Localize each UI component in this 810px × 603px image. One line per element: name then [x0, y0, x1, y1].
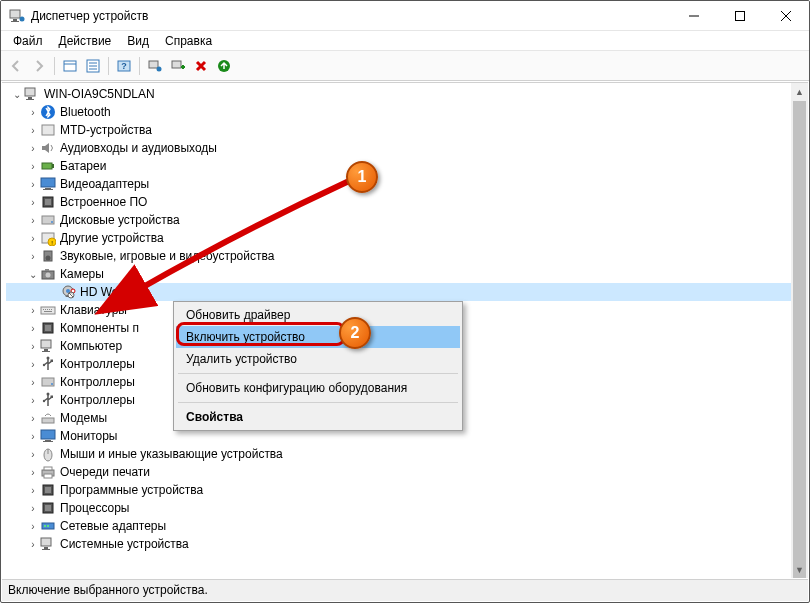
- tree-node-label: Мониторы: [60, 429, 117, 443]
- expand-icon[interactable]: ›: [26, 431, 40, 442]
- tree-category-node[interactable]: ›Программные устройства: [6, 481, 791, 499]
- svg-rect-50: [49, 309, 50, 310]
- expand-icon[interactable]: ›: [26, 179, 40, 190]
- toolbar-show-hidden-button[interactable]: [59, 55, 81, 77]
- app-icon: [9, 8, 25, 24]
- tree-webcam-node[interactable]: HD WebCa: [6, 283, 791, 301]
- svg-point-3: [20, 16, 25, 21]
- tree-category-node[interactable]: ›Звуковые, игровые и видеоустройства: [6, 247, 791, 265]
- svg-point-58: [47, 357, 50, 360]
- tree-category-node[interactable]: ›Сетевые адаптеры: [6, 517, 791, 535]
- context-enable-device[interactable]: Включить устройство: [176, 326, 460, 348]
- svg-rect-74: [44, 474, 52, 478]
- tree-category-node[interactable]: ›Bluetooth: [6, 103, 791, 121]
- svg-rect-46: [41, 307, 55, 314]
- tree-category-node[interactable]: ›Аудиовходы и аудиовыходы: [6, 139, 791, 157]
- expand-icon[interactable]: ›: [26, 305, 40, 316]
- expand-icon[interactable]: ›: [26, 377, 40, 388]
- collapse-icon[interactable]: ⌄: [26, 269, 40, 280]
- expand-icon[interactable]: ›: [26, 539, 40, 550]
- minimize-button[interactable]: [671, 1, 717, 31]
- status-text: Включение выбранного устройства.: [8, 583, 208, 597]
- tree-category-node[interactable]: ›MTD-устройства: [6, 121, 791, 139]
- svg-rect-55: [41, 340, 51, 348]
- expand-icon[interactable]: ›: [26, 521, 40, 532]
- scrollbar-thumb[interactable]: [793, 101, 806, 578]
- tree-category-node[interactable]: ›Дисковые устройства: [6, 211, 791, 229]
- expand-icon[interactable]: ›: [26, 143, 40, 154]
- tree-node-label: Контроллеры: [60, 375, 135, 389]
- expand-icon[interactable]: ›: [26, 449, 40, 460]
- warn-icon: !: [40, 230, 56, 246]
- context-remove-device[interactable]: Удалить устройство: [176, 348, 460, 370]
- close-button[interactable]: [763, 1, 809, 31]
- usb-icon: [40, 356, 56, 372]
- disk-icon: [40, 374, 56, 390]
- expand-icon[interactable]: ›: [26, 233, 40, 244]
- svg-rect-20: [25, 88, 35, 96]
- toolbar-help-button[interactable]: ?: [113, 55, 135, 77]
- expand-icon[interactable]: ›: [26, 341, 40, 352]
- context-refresh-config[interactable]: Обновить конфигурацию оборудования: [176, 377, 460, 399]
- svg-rect-22: [26, 99, 34, 100]
- scroll-down-icon[interactable]: ▼: [791, 561, 808, 578]
- expand-icon[interactable]: ›: [26, 485, 40, 496]
- expand-icon[interactable]: ›: [26, 125, 40, 136]
- toolbar-enable-button[interactable]: [213, 55, 235, 77]
- tree-category-node[interactable]: ›Процессоры: [6, 499, 791, 517]
- bluetooth-icon: [40, 104, 56, 120]
- tree-cameras-node[interactable]: ⌄Камеры: [6, 265, 791, 283]
- tree-category-node[interactable]: ›Батареи: [6, 157, 791, 175]
- expand-icon[interactable]: ›: [26, 413, 40, 424]
- expand-icon[interactable]: ›: [26, 161, 40, 172]
- expand-icon[interactable]: ›: [26, 503, 40, 514]
- menu-action[interactable]: Действие: [51, 32, 120, 50]
- expand-icon[interactable]: ›: [26, 197, 40, 208]
- svg-rect-24: [42, 125, 54, 135]
- context-update-driver[interactable]: Обновить драйвер: [176, 304, 460, 326]
- tree-category-node[interactable]: ›Видеоадаптеры: [6, 175, 791, 193]
- menu-view[interactable]: Вид: [119, 32, 157, 50]
- menu-help[interactable]: Справка: [157, 32, 220, 50]
- maximize-button[interactable]: [717, 1, 763, 31]
- toolbar-uninstall-button[interactable]: [190, 55, 212, 77]
- tree-node-label: Контроллеры: [60, 357, 135, 371]
- tree-node-label: Сетевые адаптеры: [60, 519, 166, 533]
- expand-icon[interactable]: ›: [26, 323, 40, 334]
- toolbar-back-button[interactable]: [5, 55, 27, 77]
- tree-category-node[interactable]: ›!Другие устройства: [6, 229, 791, 247]
- collapse-icon[interactable]: ⌄: [10, 89, 24, 100]
- svg-point-63: [47, 393, 50, 396]
- expand-icon[interactable]: ›: [26, 359, 40, 370]
- expand-icon[interactable]: ›: [26, 467, 40, 478]
- tree-node-label: Компоненты п: [60, 321, 139, 335]
- tree-category-node[interactable]: ›Встроенное ПО: [6, 193, 791, 211]
- toolbar-properties-button[interactable]: [82, 55, 104, 77]
- computer-icon: [40, 338, 56, 354]
- context-separator: [178, 373, 458, 374]
- menu-file[interactable]: Файл: [5, 32, 51, 50]
- tree-node-label: Компьютер: [60, 339, 122, 353]
- tree-category-node[interactable]: ›Мыши и иные указывающие устройства: [6, 445, 791, 463]
- expand-icon[interactable]: ›: [26, 251, 40, 262]
- svg-rect-49: [47, 309, 48, 310]
- toolbar-scan-button[interactable]: [144, 55, 166, 77]
- tree-category-node[interactable]: ›Системные устройства: [6, 535, 791, 553]
- context-properties[interactable]: Свойства: [176, 406, 460, 428]
- toolbar-add-legacy-button[interactable]: [167, 55, 189, 77]
- modem-icon: [40, 410, 56, 426]
- scroll-up-icon[interactable]: ▲: [791, 83, 808, 100]
- tree-node-label: Аудиовходы и аудиовыходы: [60, 141, 217, 155]
- tree-root-node[interactable]: ⌄WIN-OIA9C5NDLAN: [6, 85, 791, 103]
- svg-rect-2: [11, 21, 19, 22]
- toolbar-forward-button[interactable]: [28, 55, 50, 77]
- svg-rect-68: [45, 440, 51, 441]
- expand-icon[interactable]: ›: [26, 395, 40, 406]
- expand-icon[interactable]: ›: [26, 215, 40, 226]
- svg-rect-18: [172, 61, 181, 68]
- vertical-scrollbar[interactable]: ▲ ▼: [791, 83, 808, 578]
- expand-icon[interactable]: ›: [26, 107, 40, 118]
- svg-rect-84: [42, 549, 50, 550]
- tree-category-node[interactable]: ›Очереди печати: [6, 463, 791, 481]
- svg-rect-67: [41, 430, 55, 439]
